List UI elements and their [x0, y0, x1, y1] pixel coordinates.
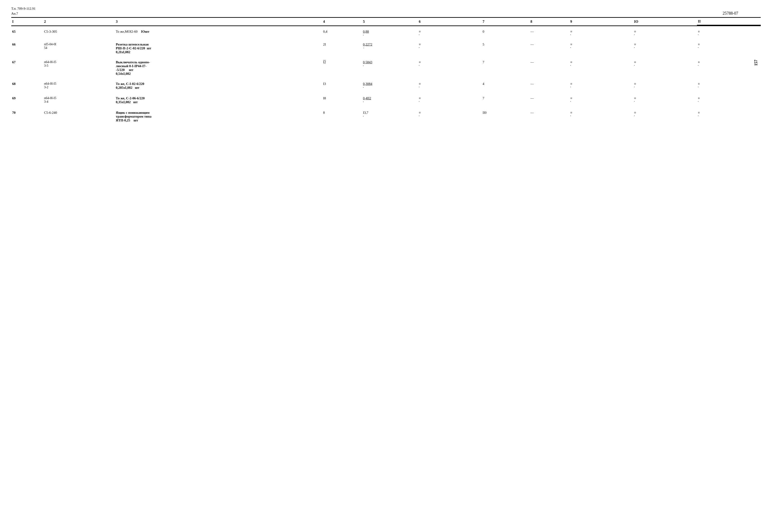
row-col10: ≡ •: [633, 106, 697, 125]
col-header-6: 6: [418, 18, 482, 25]
row-col8: —: [529, 26, 569, 39]
row-code: п64-0I-I5 3-4: [43, 92, 115, 106]
row-code: п64-0I-I5 3-5: [43, 56, 115, 78]
row-num: 70: [11, 106, 43, 125]
row-col6: ≡ •: [418, 92, 482, 106]
row-col9: ≡ •: [569, 92, 633, 106]
col-header-8: 8: [529, 18, 569, 25]
row-num: 69: [11, 92, 43, 106]
row-col10: ≡ •: [633, 56, 697, 78]
row-desc: То же, С-2-06-6/220 0,35xI,082 шт: [115, 92, 322, 106]
row-col5: 0,4II2 •: [362, 92, 418, 106]
page-number: 157: [754, 60, 758, 66]
row-col9: ≡ •: [569, 78, 633, 92]
row-col8: —: [529, 39, 569, 56]
row-col5: 0,5843 •: [362, 56, 418, 78]
row-col9: ≡ •: [569, 106, 633, 125]
col-header-4: 4: [322, 18, 362, 25]
row-col7: II0: [482, 106, 529, 125]
row-desc: Ящик с понижающим трансформатором типа Я…: [115, 106, 322, 125]
col-header-2: 2: [43, 18, 115, 25]
row-col10: ≡ •: [633, 78, 697, 92]
row-col11: ≡ •: [697, 56, 761, 78]
row-col7: 5: [482, 39, 529, 56]
row-code: п64-0I-I5 3-2: [43, 78, 115, 92]
row-code: С5-3-305: [43, 26, 115, 39]
col-header-3: 3: [115, 18, 322, 25]
row-col5: 0,2272 •: [362, 39, 418, 56]
row-col8: —: [529, 56, 569, 78]
row-col11: ≡ •: [697, 26, 761, 39]
row-col4: 2I: [322, 39, 362, 56]
row-col6: ≡ •: [418, 26, 482, 39]
row-col5: I3,7 •: [362, 106, 418, 125]
row-desc: Розетка штепсельная РШ-II-2-С-02-6/220 ш…: [115, 39, 322, 56]
header-doc-type: Т.п. 709-9-112.91: [11, 7, 761, 11]
row-col9: ≡ •: [569, 39, 633, 56]
col-header-1: I: [11, 18, 43, 25]
row-num: 66: [11, 39, 43, 56]
row-col8: —: [529, 78, 569, 92]
col-header-7: 7: [482, 18, 529, 25]
row-col7: 7: [482, 56, 529, 78]
row-col6: ≡ •: [418, 39, 482, 56]
col-header-10: IO: [633, 18, 697, 25]
doc-number: 25788-07: [723, 11, 761, 16]
row-col7: 0: [482, 26, 529, 39]
row-col8: —: [529, 106, 569, 125]
col-header-11: II: [697, 18, 761, 25]
table-row: 66 пI5-04-0I 54 Розетка штепсельная РШ-I…: [11, 39, 761, 56]
row-col9: ≡ •: [569, 26, 633, 39]
row-desc: Выключатель однопо- люсный 0-I-IP44-I7- …: [115, 56, 322, 78]
row-col10: ≡ •: [633, 26, 697, 39]
table-row: 67 п64-0I-I5 3-5 Выключатель однопо- люс…: [11, 56, 761, 78]
row-col4: I8: [322, 92, 362, 106]
row-col11: ≡ •: [697, 106, 761, 125]
row-col4: 0,4: [322, 26, 362, 39]
row-code: С5-6-240: [43, 106, 115, 125]
table-row: 70 С5-6-240 Ящик с понижающим трансформа…: [11, 106, 761, 125]
row-col11: ≡ •: [697, 92, 761, 106]
row-col11: ≡ •: [697, 39, 761, 56]
row-desc: То же, С-I-02-6/220 0,285xI,082 шт: [115, 78, 322, 92]
row-col4: 8: [322, 106, 362, 125]
row-col8: —: [529, 92, 569, 106]
row-num: 68: [11, 78, 43, 92]
table-row: 65 С5-3-305 То же,МОI2-60 IOшт 0,4 0,88 …: [11, 26, 761, 39]
table-row: 68 п64-0I-I5 3-2 То же, С-I-02-6/220 0,2…: [11, 78, 761, 92]
table-row: 69 п64-0I-I5 3-4 То же, С-2-06-6/220 0,3…: [11, 92, 761, 106]
row-col11: ≡ •: [697, 78, 761, 92]
row-col5: 0,88 •: [362, 26, 418, 39]
row-col4: I3: [322, 78, 362, 92]
row-code: пI5-04-0I 54: [43, 39, 115, 56]
row-col10: ≡ •: [633, 92, 697, 106]
row-desc: То же,МОI2-60 IOшт: [115, 26, 322, 39]
row-col6: ≡ •: [418, 78, 482, 92]
header-sheet: Ан.7: [11, 12, 18, 16]
row-col7: 7: [482, 92, 529, 106]
col-header-9: 9: [569, 18, 633, 25]
row-col10: ≡ •: [633, 39, 697, 56]
col-header-5: 5: [362, 18, 418, 25]
row-col4: I2: [322, 56, 362, 78]
row-col7: 4: [482, 78, 529, 92]
row-num: 67: [11, 56, 43, 78]
row-col5: 0,3084 •: [362, 78, 418, 92]
row-num: 65: [11, 26, 43, 39]
row-col9: ≡ •: [569, 56, 633, 78]
row-col6: ≡ •: [418, 106, 482, 125]
row-col6: ≡ •: [418, 56, 482, 78]
